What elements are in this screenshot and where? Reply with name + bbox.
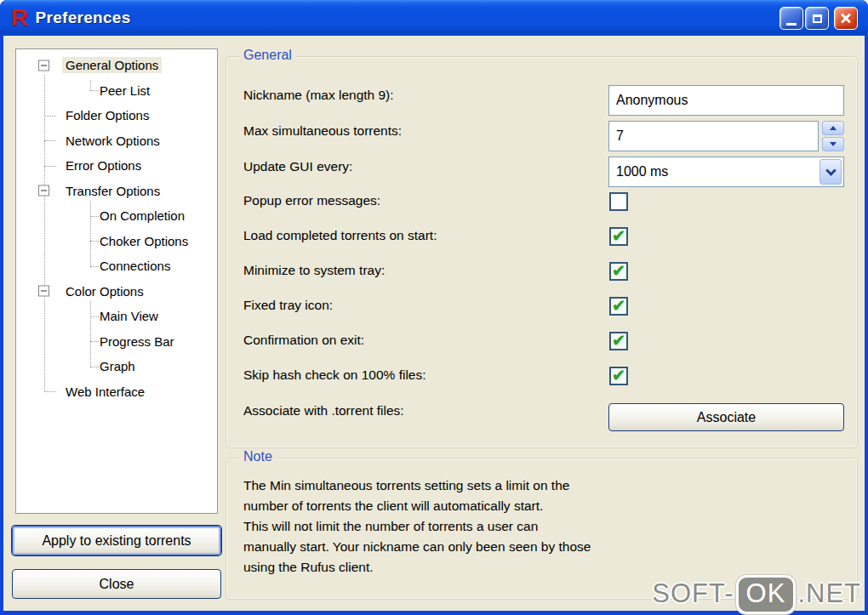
tree-item-folder-options[interactable]: Folder Options bbox=[16, 103, 217, 128]
skip-hash-checkbox[interactable] bbox=[609, 367, 628, 385]
watermark-suffix: .NET bbox=[797, 578, 861, 608]
tree-item-label: Connections bbox=[96, 258, 174, 274]
collapse-icon[interactable] bbox=[38, 60, 49, 71]
note-text: The Min simultaneous torrents setting se… bbox=[226, 458, 857, 578]
associate-button[interactable]: Associate bbox=[608, 403, 844, 431]
tree-item-transfer-options[interactable]: Transfer Options bbox=[16, 179, 217, 204]
tree-item-choker-options[interactable]: Choker Options bbox=[16, 229, 217, 254]
app-icon: R bbox=[11, 7, 28, 30]
title-bar[interactable]: R Preferences bbox=[0, 0, 868, 36]
soft-ok-watermark: SOFT-OK.NET bbox=[652, 575, 861, 614]
tree-item-label: Peer List bbox=[96, 83, 153, 99]
associate-label: Associate with .torrent files: bbox=[243, 403, 404, 419]
note-line: The Min simultaneous torrents setting se… bbox=[243, 475, 857, 496]
minimize-button[interactable] bbox=[779, 7, 803, 30]
update-gui-label: Update GUI every: bbox=[243, 159, 352, 174]
confirm-exit-checkbox[interactable] bbox=[609, 332, 628, 350]
skip-hash-label: Skip hash check on 100% files: bbox=[243, 367, 426, 383]
update-gui-selected-value: 1000 ms bbox=[616, 164, 668, 179]
chevron-down-icon bbox=[825, 165, 837, 176]
note-line: number of torrents the client will autom… bbox=[243, 496, 857, 516]
arrow-down-icon bbox=[830, 142, 837, 146]
dropdown-arrow-button[interactable] bbox=[819, 159, 842, 185]
close-button[interactable]: Close bbox=[12, 569, 221, 599]
minimize-tray-label: Minimize to system tray: bbox=[243, 263, 385, 278]
fixed-tray-checkbox[interactable] bbox=[609, 297, 628, 316]
options-tree: General Options Peer List Folder Options… bbox=[15, 48, 218, 514]
tree-item-label: Network Options bbox=[62, 133, 163, 149]
max-torrents-stepper bbox=[822, 121, 844, 151]
tree-item-on-completion[interactable]: On Completion bbox=[16, 203, 217, 229]
maximize-icon bbox=[813, 14, 822, 23]
nickname-input[interactable] bbox=[608, 85, 844, 116]
collapse-icon[interactable] bbox=[38, 185, 49, 196]
tree-item-label: Error Options bbox=[62, 157, 145, 174]
tree-item-graph[interactable]: Graph bbox=[16, 354, 217, 379]
nickname-label: Nickname (max length 9): bbox=[243, 88, 394, 103]
tree-item-progress-bar[interactable]: Progress Bar bbox=[16, 329, 217, 355]
tree-item-connections[interactable]: Connections bbox=[16, 253, 217, 279]
tree-item-label: Web Interface bbox=[62, 384, 148, 400]
tree-item-color-options[interactable]: Color Options bbox=[16, 279, 217, 305]
popup-errors-label: Popup error messages: bbox=[243, 193, 380, 208]
tree-item-label: General Options bbox=[62, 57, 162, 73]
tree-item-label: Transfer Options bbox=[62, 183, 163, 199]
maximize-button[interactable] bbox=[805, 7, 829, 30]
tree-item-label: Graph bbox=[96, 358, 139, 374]
tree-item-peer-list[interactable]: Peer List bbox=[16, 78, 217, 104]
tree-item-network-options[interactable]: Network Options bbox=[16, 128, 217, 154]
window-title: Preferences bbox=[36, 9, 131, 27]
tree-item-error-options[interactable]: Error Options bbox=[16, 153, 217, 179]
tree-item-main-view[interactable]: Main View bbox=[16, 304, 217, 329]
general-groupbox-title: General bbox=[239, 48, 296, 63]
close-icon bbox=[839, 12, 853, 26]
max-torrents-input[interactable] bbox=[608, 121, 819, 151]
watermark-ok-badge: OK bbox=[736, 575, 797, 614]
spin-up-button[interactable] bbox=[822, 121, 844, 135]
minimize-tray-checkbox[interactable] bbox=[609, 262, 628, 281]
load-completed-label: Load completed torrents on start: bbox=[243, 228, 437, 243]
minimize-icon bbox=[786, 23, 797, 26]
fixed-tray-label: Fixed tray icon: bbox=[243, 298, 333, 313]
tree-item-label: Color Options bbox=[62, 283, 147, 299]
tree-item-label: Folder Options bbox=[62, 107, 152, 123]
note-line: manually start. Your nickname can only b… bbox=[243, 537, 857, 557]
tree-item-general-options[interactable]: General Options bbox=[16, 53, 217, 78]
preferences-window: R Preferences General Options Peer List … bbox=[0, 0, 868, 615]
popup-errors-checkbox[interactable] bbox=[609, 192, 628, 211]
general-groupbox: General Nickname (max length 9): Max sim… bbox=[226, 56, 858, 448]
apply-to-existing-torrents-button[interactable]: Apply to existing torrents bbox=[12, 526, 221, 555]
tree-item-label: Choker Options bbox=[96, 233, 191, 249]
tree-item-label: Main View bbox=[96, 308, 162, 324]
tree-item-label: Progress Bar bbox=[96, 333, 178, 350]
arrow-up-icon bbox=[830, 126, 837, 130]
tree-item-label: On Completion bbox=[96, 208, 188, 224]
tree-item-web-interface[interactable]: Web Interface bbox=[16, 379, 217, 405]
confirm-exit-label: Confirmation on exit: bbox=[243, 333, 364, 348]
note-line: This will not limit the number of torren… bbox=[243, 516, 857, 537]
note-groupbox-title: Note bbox=[239, 449, 277, 464]
collapse-icon[interactable] bbox=[38, 286, 49, 297]
close-window-button[interactable] bbox=[834, 7, 858, 30]
watermark-prefix: SOFT- bbox=[652, 578, 734, 608]
update-gui-dropdown[interactable]: 1000 ms bbox=[608, 157, 844, 187]
spin-down-button[interactable] bbox=[822, 137, 844, 151]
dialog-body: General Options Peer List Folder Options… bbox=[3, 36, 865, 611]
load-completed-checkbox[interactable] bbox=[609, 227, 628, 246]
max-torrents-label: Max simultaneous torrents: bbox=[243, 123, 402, 139]
